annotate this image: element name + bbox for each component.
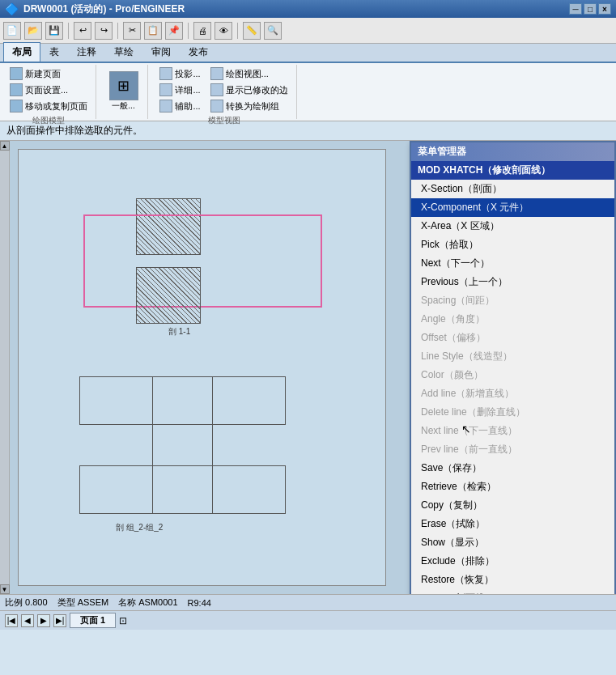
page-1-tab[interactable]: 页面 1: [70, 613, 116, 628]
menu-item-8: Offset（偏移）: [411, 329, 614, 347]
menu-item-7: Angle（角度）: [411, 310, 614, 329]
title-text: DRW0001 (活动的) - Pro/ENGINEER: [23, 2, 185, 16]
menu-item-19[interactable]: Show（显示）: [411, 533, 614, 552]
menu-item-2[interactable]: X-Area（X 区域）: [411, 217, 614, 236]
close-button[interactable]: ×: [598, 3, 611, 15]
auxiliary-icon: [159, 100, 172, 112]
scroll-up[interactable]: ▲: [0, 141, 10, 151]
menu-item-0[interactable]: X-Section（剖面）: [411, 180, 614, 198]
last-page-button[interactable]: ▶|: [53, 614, 66, 627]
section-label-1: 剖 1-1: [168, 326, 190, 338]
separator-1: [68, 23, 69, 39]
detailed-icon: [159, 83, 172, 96]
measure-button[interactable]: 📏: [243, 22, 261, 40]
ribbon-tabs: 布局 表 注释 草绘 审阅 发布: [0, 44, 616, 63]
general-content: ⊞ 一般...: [107, 66, 141, 116]
new-page-icon: [10, 67, 23, 80]
separator-4: [237, 23, 238, 39]
page-icon: ⊡: [119, 615, 127, 626]
tab-review[interactable]: 审阅: [142, 42, 180, 62]
page-setup-icon: [10, 83, 23, 96]
drawing-model-group: 新建页面 页面设置... 移动或复制页面 绘图模型: [2, 65, 96, 119]
menu-item-10: Color（颜色）: [411, 366, 614, 384]
menu-item-1[interactable]: X-Component（X 元件）: [411, 198, 614, 217]
separator-2: [117, 23, 118, 39]
separator-3: [188, 23, 189, 39]
ribbon-content: 新建页面 页面设置... 移动或复制页面 绘图模型 ⊞ 一般...: [0, 63, 616, 121]
open-button[interactable]: 📂: [24, 22, 42, 40]
save-button[interactable]: 💾: [45, 22, 63, 40]
status-model: 类型 ASSEM: [57, 596, 109, 609]
new-button[interactable]: 📄: [3, 22, 21, 40]
first-page-button[interactable]: |◀: [5, 614, 18, 627]
auxiliary-button[interactable]: 辅助...: [156, 99, 203, 113]
tab-annotation[interactable]: 注释: [68, 42, 105, 62]
menu-item-9: Line Style（线造型）: [411, 347, 614, 366]
general-button[interactable]: ⊞ 一般...: [107, 69, 141, 114]
selection-box: [83, 214, 322, 308]
status-bar: 比例 0.800 类型 ASSEM 名称 ASM0001 R9:44: [0, 594, 616, 610]
new-page-button[interactable]: 新建页面: [6, 66, 91, 81]
menu-item-6: Spacing（间距）: [411, 291, 614, 310]
scroll-down[interactable]: ▼: [0, 584, 10, 594]
copy-toolbar-button[interactable]: 📋: [144, 22, 162, 40]
tab-layout[interactable]: 布局: [3, 42, 40, 62]
projection-icon: [159, 67, 172, 80]
menu-item-18[interactable]: Erase（拭除）: [411, 515, 614, 533]
next-page-button[interactable]: ▶: [37, 614, 50, 627]
menu-item-21[interactable]: Restore（恢复）: [411, 571, 614, 589]
menu-item-16[interactable]: Retrieve（检索）: [411, 478, 614, 496]
group-content: 新建页面 页面设置... 移动或复制页面: [6, 66, 91, 113]
page-setup-button[interactable]: 页面设置...: [6, 83, 91, 97]
toolbar-area: 📄 📂 💾 ↩ ↪ ✂ 📋 📌 🖨 👁 📏 🔍: [0, 18, 616, 44]
title-bar-buttons: ─ □ ×: [569, 3, 611, 15]
menu-item-5[interactable]: Previous（上一个）: [411, 273, 614, 291]
general-icon: ⊞: [109, 71, 138, 100]
left-scroll: ▲ ▼: [0, 141, 10, 594]
convert-group-button[interactable]: 转换为绘制组: [207, 99, 291, 113]
drawing-paper: 剖 1-1 剖 组_2-组_2: [18, 149, 386, 586]
redo-button[interactable]: ↪: [95, 22, 113, 40]
tab-sketch[interactable]: 草绘: [105, 42, 142, 62]
tab-table[interactable]: 表: [40, 42, 68, 62]
detailed-button[interactable]: 详细...: [156, 83, 203, 97]
convert-icon: [210, 100, 223, 112]
menu-item-12: Delete line（删除直线）: [411, 403, 614, 422]
tab-publish[interactable]: 发布: [180, 42, 217, 62]
section-label-2: 剖 组_2-组_2: [116, 522, 163, 533]
menu-item-4[interactable]: Next（下一个）: [411, 254, 614, 273]
view-horizontal-top: [79, 376, 286, 425]
view-horizontal-bottom: [79, 465, 286, 514]
menu-item-17[interactable]: Copy（复制）: [411, 496, 614, 515]
menu-item-14: Prev line（前一直线）: [411, 440, 614, 459]
menu-item-15[interactable]: Save（保存）: [411, 459, 614, 478]
group3-label: 模型视图: [208, 115, 240, 126]
drawing-view-button[interactable]: 绘图视图...: [207, 66, 291, 81]
minimize-button[interactable]: ─: [569, 3, 582, 15]
show-modified-icon: [210, 83, 223, 96]
hatch-box-bottom: [136, 267, 201, 324]
main-content: ▲ ▼ 剖 1-1: [0, 141, 616, 594]
cut-button[interactable]: ✂: [123, 22, 141, 40]
menu-item-22[interactable]: Hatch（剖面线）: [411, 589, 614, 594]
projection-button[interactable]: 投影...: [156, 66, 203, 81]
paste-button[interactable]: 📌: [165, 22, 183, 40]
prev-page-button[interactable]: ◀: [21, 614, 34, 627]
zoom-button[interactable]: 🔍: [264, 22, 282, 40]
drawing-canvas[interactable]: 剖 1-1 剖 组_2-组_2 菜单管理器 MOD XHATCH（修改剖面线） …: [10, 141, 616, 594]
menu-item-20[interactable]: Exclude（排除）: [411, 552, 614, 571]
show-modified-button[interactable]: 显示已修改的边: [207, 83, 291, 97]
context-menu-header[interactable]: MOD XHATCH（修改剖面线）: [411, 161, 614, 180]
model-view-content: 投影... 详细... 辅助... 绘图视图... 显示已修: [156, 66, 291, 113]
context-menu: 菜单管理器 MOD XHATCH（修改剖面线） X-Section（剖面）X-C…: [410, 141, 616, 594]
preview-button[interactable]: 👁: [215, 22, 232, 40]
status-coords: R9:44: [188, 598, 211, 608]
undo-button[interactable]: ↩: [74, 22, 91, 40]
drawing-view-icon: [210, 67, 223, 80]
menu-items-container: X-Section（剖面）X-Component（X 元件）X-Area（X 区…: [411, 180, 614, 594]
move-copy-page-button[interactable]: 移动或复制页面: [6, 99, 91, 113]
maximize-button[interactable]: □: [584, 3, 597, 15]
menu-item-11: Add line（新增直线）: [411, 384, 614, 403]
print-button[interactable]: 🖨: [193, 22, 211, 40]
menu-item-3[interactable]: Pick（拾取）: [411, 236, 614, 254]
